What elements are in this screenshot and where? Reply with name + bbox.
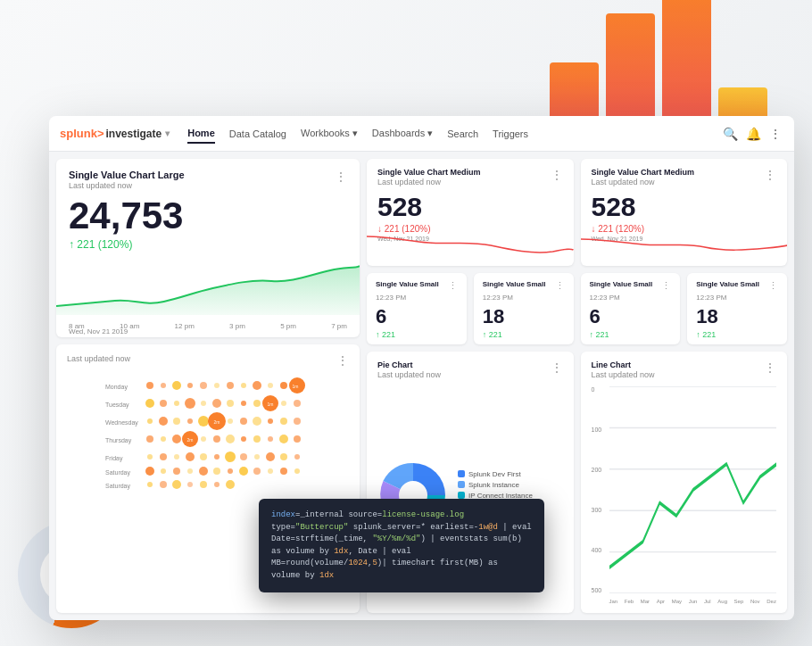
- nav-data-catalog[interactable]: Data Catalog: [229, 125, 286, 143]
- svg-point-22: [174, 401, 179, 406]
- medium-card-2-menu[interactable]: ⋮: [764, 168, 776, 182]
- code-line-1: index=_internal source=license-usage.log: [271, 509, 532, 522]
- large-card-subtitle: Last updated now: [69, 181, 185, 190]
- svg-point-80: [268, 468, 273, 474]
- svg-point-35: [173, 418, 180, 425]
- line-card-menu[interactable]: ⋮: [764, 360, 776, 375]
- nav-search[interactable]: Search: [447, 125, 478, 143]
- svg-point-89: [226, 480, 235, 489]
- small-card-3-subtitle: 12:23 PM: [590, 294, 672, 302]
- svg-point-8: [161, 383, 166, 388]
- small-card-1-menu[interactable]: ⋮: [448, 280, 458, 292]
- nav-dashboards[interactable]: Dashboards ▾: [372, 124, 433, 143]
- svg-text:2m: 2m: [187, 437, 194, 443]
- small-card-4-menu[interactable]: ⋮: [768, 280, 778, 292]
- small-card-3-title: Single Value Small: [590, 280, 653, 288]
- nav-actions: 🔍 🔔 ⋮: [723, 127, 783, 141]
- large-sparkline: [56, 261, 360, 315]
- bell-icon[interactable]: 🔔: [746, 127, 760, 141]
- svg-text:1m: 1m: [268, 402, 274, 407]
- medium-card-1-title: Single Value Chart Medium: [377, 168, 481, 177]
- pie-card-header: Pie Chart Last updated now ⋮: [377, 360, 563, 379]
- nav-home[interactable]: Home: [187, 124, 215, 144]
- legend-item-1: Splunk Dev First: [458, 470, 533, 478]
- medium-card-1-subtitle: Last updated now: [377, 178, 481, 186]
- legend-dot-2: [458, 481, 465, 488]
- svg-text:Saturday: Saturday: [105, 469, 131, 476]
- svg-point-10: [187, 383, 193, 388]
- svg-text:Monday: Monday: [105, 384, 128, 391]
- svg-point-55: [253, 435, 261, 443]
- large-card-value: 24,753: [69, 197, 347, 235]
- logo-arrow: ▾: [165, 128, 170, 138]
- svg-point-7: [146, 382, 153, 389]
- svg-point-28: [253, 400, 261, 407]
- svg-text:1m: 1m: [293, 384, 299, 389]
- legend-dot-3: [458, 492, 465, 499]
- svg-text:Saturday: Saturday: [105, 483, 131, 490]
- line-card-header: Line Chart Last updated now ⋮: [592, 360, 777, 379]
- svg-text:Tuesday: Tuesday: [105, 402, 129, 409]
- small-card-3-header: Single Value Small ⋮: [590, 280, 672, 292]
- bubble-card-header: Last updated now ⋮: [67, 353, 349, 368]
- svg-point-36: [187, 418, 193, 424]
- svg-point-13: [227, 382, 234, 389]
- small-card-4-title: Single Value Small: [696, 280, 759, 288]
- medium-card-1: Single Value Chart Medium Last updated n…: [367, 159, 574, 266]
- bubble-chart-svg: Monday Tuesday Wednesday Thursday Friday…: [67, 369, 349, 494]
- medium-card-2-subtitle: Last updated now: [592, 178, 695, 186]
- small-card-2-menu[interactable]: ⋮: [555, 280, 565, 292]
- legend-dot-1: [458, 470, 465, 477]
- small-card-3-menu[interactable]: ⋮: [661, 280, 671, 292]
- svg-point-65: [225, 451, 236, 462]
- large-card-title-group: Single Value Chart Large Last updated no…: [69, 170, 185, 190]
- small-card-3-value: 6: [590, 305, 672, 328]
- small-card-1-header: Single Value Small ⋮: [376, 280, 458, 292]
- nav-workbooks[interactable]: Workbooks ▾: [301, 124, 358, 143]
- large-card-header: Single Value Chart Large Last updated no…: [69, 170, 347, 190]
- small-card-1: Single Value Small ⋮ 12:23 PM 6 ↑ 221: [367, 273, 467, 344]
- svg-point-54: [241, 436, 246, 442]
- svg-point-87: [200, 481, 207, 488]
- pie-card-menu[interactable]: ⋮: [551, 360, 563, 375]
- bubble-card-subtitle: Last updated now: [67, 354, 130, 363]
- small-card-4-change: ↑ 221: [696, 330, 778, 339]
- navbar: splunk> investigate ▾ Home Data Catalog …: [49, 116, 794, 152]
- svg-point-56: [268, 436, 273, 442]
- svg-point-85: [172, 480, 181, 489]
- nav-items: Home Data Catalog Workbooks ▾ Dashboards…: [187, 124, 705, 144]
- svg-point-83: [147, 482, 153, 487]
- svg-point-64: [214, 454, 220, 460]
- svg-point-46: [146, 435, 153, 443]
- svg-point-20: [145, 399, 154, 408]
- svg-point-41: [240, 418, 247, 425]
- small-card-1-title: Single Value Small: [376, 280, 439, 288]
- small-card-1-subtitle: 12:23 PM: [376, 294, 458, 302]
- nav-triggers[interactable]: Triggers: [493, 125, 528, 143]
- logo-splunk: splunk>: [60, 127, 104, 140]
- svg-point-43: [268, 418, 273, 424]
- svg-text:2m: 2m: [214, 419, 220, 425]
- search-icon[interactable]: 🔍: [723, 127, 737, 141]
- medium-card-1-value: 528: [377, 192, 563, 222]
- svg-point-12: [214, 383, 220, 388]
- small-card-2-value: 18: [483, 305, 565, 328]
- medium-card-2: Single Value Chart Medium Last updated n…: [581, 159, 788, 266]
- svg-point-14: [241, 383, 246, 388]
- svg-point-72: [161, 468, 166, 474]
- more-icon[interactable]: ⋮: [769, 127, 783, 141]
- svg-point-71: [145, 467, 154, 476]
- svg-point-47: [161, 436, 166, 442]
- large-sparkline-svg: [56, 261, 360, 315]
- svg-point-59: [147, 454, 153, 460]
- bubble-card-menu[interactable]: ⋮: [336, 353, 349, 368]
- large-card-menu[interactable]: ⋮: [335, 170, 347, 184]
- small-card-4-header: Single Value Small ⋮: [696, 280, 778, 292]
- svg-point-69: [280, 453, 287, 460]
- svg-point-51: [201, 436, 206, 442]
- medium-card-1-menu[interactable]: ⋮: [551, 168, 563, 182]
- svg-point-75: [199, 467, 208, 476]
- svg-point-81: [280, 468, 287, 475]
- large-card-change: ↑ 221 (120%): [69, 238, 347, 251]
- small-card-2-header: Single Value Small ⋮: [483, 280, 565, 292]
